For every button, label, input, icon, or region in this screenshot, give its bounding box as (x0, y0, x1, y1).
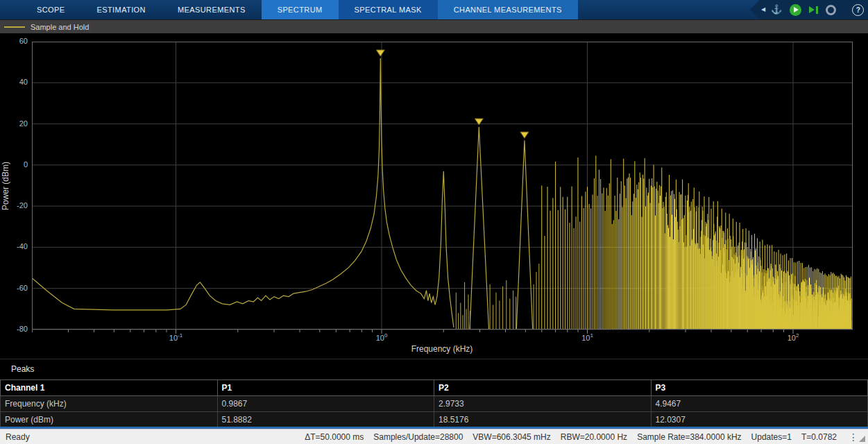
peak-tent (516, 140, 532, 330)
y-tick-label: -20 (1, 201, 28, 210)
spectrum-plot[interactable] (32, 42, 853, 336)
toolbar-actions: ◀ ⚓ ? (750, 0, 868, 19)
cell-value: 4.9467 (651, 396, 868, 412)
stop-button[interactable] (826, 5, 836, 15)
resize-grip-icon[interactable] (859, 436, 865, 442)
status-metric: Samples/Update=28800 (373, 432, 463, 442)
spectrum-plot-region: Power (dBm) Frequency (kHz) 6040200-20-4… (0, 33, 868, 359)
play-icon (794, 7, 799, 12)
y-tick-label: -40 (1, 242, 28, 250)
status-text: Ready (6, 432, 30, 442)
tab-spectral-mask[interactable]: SPECTRAL MASK (339, 0, 438, 19)
table-row: Frequency (kHz)0.98672.97334.9467 (1, 396, 868, 412)
pintool-icon[interactable]: ⚓ (771, 0, 782, 19)
peak-tent (470, 127, 489, 330)
peak-marker-p3[interactable] (520, 132, 529, 138)
run-button[interactable] (790, 4, 801, 16)
y-tick-label: 60 (1, 37, 28, 45)
tab-scope[interactable]: SCOPE (21, 0, 81, 19)
noise-spikes (456, 264, 539, 330)
spectrum-trace (32, 58, 454, 327)
collapse-toolstrip-icon[interactable]: ◀ (761, 7, 765, 12)
tab-measurements[interactable]: MEASUREMENTS (162, 0, 262, 19)
peaks-column-header: P3 (651, 380, 868, 396)
table-header-row: Channel 1P1P2P3 (1, 380, 868, 396)
x-tick-label: 102 (788, 332, 799, 342)
tab-strip: SCOPEESTIMATIONMEASUREMENTSSPECTRUMSPECT… (0, 0, 578, 19)
row-label: Frequency (kHz) (1, 396, 218, 412)
y-tick-label: 40 (1, 78, 28, 86)
y-tick-label: -80 (1, 325, 28, 333)
peaks-column-header: P1 (217, 380, 434, 396)
status-metric: ΔT=50.0000 ms (305, 432, 364, 442)
status-menu-button[interactable]: ⋮ (848, 432, 859, 443)
legend-line-sample (4, 26, 25, 28)
tab-channel-measurements[interactable]: CHANNEL MEASUREMENTS (438, 0, 578, 19)
status-metric: VBW=606.3045 mHz (473, 432, 550, 442)
tab-estimation[interactable]: ESTIMATION (81, 0, 162, 19)
help-button[interactable]: ? (852, 4, 864, 16)
cell-value: 0.9867 (217, 396, 434, 412)
x-tick-label: 100 (376, 332, 388, 342)
step-forward-button[interactable] (809, 6, 818, 14)
y-tick-label: -60 (1, 284, 28, 292)
cell-value: 18.5176 (434, 412, 652, 428)
toolstrip: SCOPEESTIMATIONMEASUREMENTSSPECTRUMSPECT… (0, 0, 868, 19)
peaks-panel: Peaks Channel 1P1P2P3Frequency (kHz)0.98… (0, 359, 868, 427)
step-triangle-icon (809, 6, 815, 13)
peaks-column-header: P2 (434, 380, 652, 396)
table-row: Power (dBm)51.888218.517612.0307 (1, 412, 868, 428)
step-bar-icon (816, 6, 818, 14)
x-tick-label: 101 (581, 332, 593, 342)
cell-value: 51.8882 (217, 412, 434, 428)
x-tick-label: 10-1 (169, 332, 182, 342)
tab-spectrum[interactable]: SPECTRUM (262, 0, 339, 19)
status-bar: Ready ΔT=50.0000 msSamples/Update=28800V… (0, 429, 868, 444)
cell-value: 12.0307 (651, 412, 868, 428)
y-tick-label: 20 (1, 119, 28, 128)
peaks-column-header: Channel 1 (1, 380, 218, 396)
peaks-table: Channel 1P1P2P3Frequency (kHz)0.98672.97… (0, 379, 868, 428)
harmonic-comb-trace (542, 156, 851, 330)
y-tick-label: 0 (1, 160, 28, 169)
legend-label: Sample and Hold (31, 23, 89, 31)
status-metric: Updates=1 (751, 432, 792, 442)
x-axis-ticks (32, 330, 793, 334)
peaks-panel-title: Peaks (11, 364, 34, 374)
cell-value: 2.9733 (434, 396, 652, 412)
x-axis-title: Frequency (kHz) (411, 344, 473, 354)
status-metrics: ΔT=50.0000 msSamples/Update=28800VBW=606… (305, 432, 837, 442)
status-metric: T=0.0782 (801, 432, 837, 442)
peak-marker-p1[interactable] (376, 50, 384, 56)
status-metric: Sample Rate=384.0000 kHz (637, 432, 741, 442)
row-label: Power (dBm) (1, 412, 218, 428)
legend-bar: Sample and Hold (0, 19, 868, 33)
status-metric: RBW=20.0000 Hz (561, 432, 627, 442)
